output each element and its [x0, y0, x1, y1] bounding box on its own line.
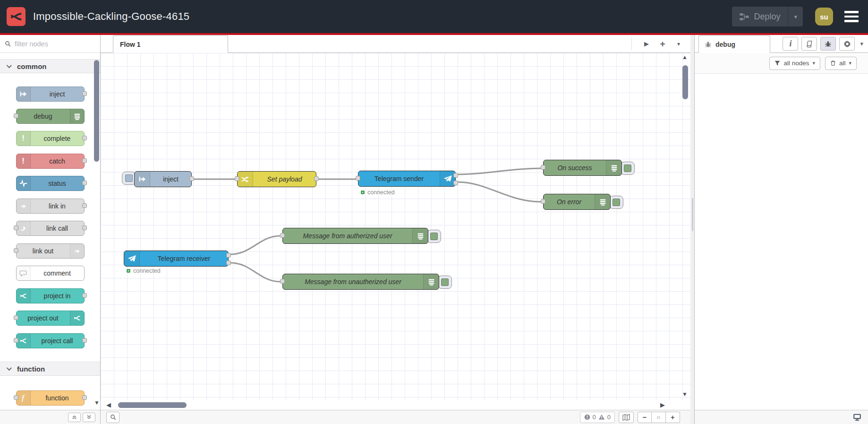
- output-port[interactable]: [82, 91, 87, 96]
- flow-node-on-success[interactable]: On success: [543, 160, 622, 176]
- funnel-icon: [774, 61, 780, 66]
- flow-node-msg-unauthorized[interactable]: Message from unautherized user: [282, 274, 439, 290]
- sidebar-menu-caret[interactable]: ▾: [860, 40, 863, 47]
- deploy-main[interactable]: Deploy: [732, 12, 788, 22]
- canvas-vertical-scrollbar-thumb[interactable]: [682, 65, 688, 99]
- palette-node-project-in[interactable]: project in: [16, 288, 85, 303]
- zoom-out-button[interactable]: −: [638, 412, 652, 423]
- tab-debug[interactable]: debug: [698, 35, 770, 53]
- debug-toggle-msg-authorized[interactable]: [427, 230, 441, 243]
- open-debug-window-button[interactable]: [853, 414, 861, 421]
- palette-node-link-out[interactable]: link out: [16, 243, 85, 259]
- palette-scroll-down-icon[interactable]: ▼: [94, 399, 100, 406]
- input-port[interactable]: [541, 165, 545, 170]
- output-port[interactable]: [82, 225, 87, 230]
- palette-scrollbar-thumb[interactable]: [94, 60, 99, 162]
- output-port-success[interactable]: [453, 173, 458, 178]
- palette-category-function[interactable]: function: [0, 362, 100, 376]
- navigator-button[interactable]: [619, 412, 634, 423]
- debug-toggle-on-error[interactable]: [609, 196, 623, 209]
- flow-node-set-payload[interactable]: Set payload: [237, 171, 316, 187]
- output-port[interactable]: [82, 395, 87, 400]
- output-port-unauthorized[interactable]: [226, 260, 231, 265]
- palette-category-common[interactable]: common: [0, 59, 100, 73]
- wire-telegram-receiver-to-msg-authorized[interactable]: [230, 236, 281, 254]
- palette-node-link-call[interactable]: link call: [16, 221, 85, 236]
- flow-canvas[interactable]: inject Set payload Telegram sender: [101, 53, 690, 400]
- palette-node-comment[interactable]: comment: [16, 266, 85, 281]
- wire-telegram-receiver-to-msg-unauthorized[interactable]: [230, 263, 281, 282]
- deploy-options-caret[interactable]: ▾: [788, 7, 803, 26]
- palette-node-complete[interactable]: ! complete: [16, 131, 85, 146]
- config-nodes-tab-button[interactable]: [839, 37, 855, 51]
- input-port[interactable]: [14, 315, 18, 320]
- collapse-all-categories-button[interactable]: [68, 413, 81, 422]
- canvas-scroll-left-icon[interactable]: ◀: [106, 401, 111, 408]
- flow-node-telegram-receiver[interactable]: Telegram receiver: [124, 251, 229, 267]
- deploy-button[interactable]: Deploy ▾: [732, 7, 803, 26]
- canvas-horizontal-scrollbar-thumb[interactable]: [118, 402, 187, 408]
- flow-node-inject[interactable]: inject: [134, 171, 192, 187]
- palette-node-status[interactable]: status: [16, 176, 85, 191]
- output-port-error[interactable]: [453, 181, 458, 185]
- user-avatar[interactable]: su: [815, 8, 833, 26]
- debug-toggle-on-success[interactable]: [621, 162, 635, 175]
- canvas-horizontal-scrollbar[interactable]: ◀ ▶: [101, 400, 690, 410]
- zoom-in-button[interactable]: +: [666, 412, 680, 423]
- input-port[interactable]: [356, 176, 360, 181]
- output-port[interactable]: [314, 176, 319, 181]
- output-port[interactable]: [82, 203, 87, 208]
- palette-node-inject[interactable]: inject: [16, 87, 85, 102]
- output-port[interactable]: [82, 181, 87, 185]
- output-port[interactable]: [82, 158, 87, 163]
- help-tab-button[interactable]: [801, 37, 817, 51]
- debug-filter-button[interactable]: all nodes ▾: [769, 57, 820, 70]
- output-port-authorized[interactable]: [226, 253, 231, 258]
- info-tab-button[interactable]: i: [783, 37, 798, 51]
- output-port[interactable]: [82, 136, 87, 140]
- palette-node-project-out[interactable]: project out: [16, 311, 85, 326]
- wire-telegram-sender-to-on-error[interactable]: [458, 182, 541, 202]
- canvas-scroll-right-icon[interactable]: ▶: [660, 401, 665, 408]
- wire-telegram-sender-to-on-success[interactable]: [458, 168, 541, 174]
- output-port[interactable]: [82, 293, 87, 298]
- tab-flow-1[interactable]: Flow 1: [113, 35, 228, 53]
- wires-layer: [101, 53, 690, 400]
- input-port[interactable]: [14, 225, 18, 230]
- input-port[interactable]: [14, 395, 18, 400]
- input-port[interactable]: [280, 233, 285, 238]
- expand-all-categories-button[interactable]: [83, 413, 95, 422]
- input-port[interactable]: [280, 279, 285, 284]
- palette-node-debug[interactable]: debug: [16, 109, 85, 124]
- output-port[interactable]: [82, 338, 87, 343]
- output-port[interactable]: [189, 176, 194, 181]
- flow-menu-caret[interactable]: ▾: [671, 41, 687, 47]
- palette-node-link-in[interactable]: link in: [16, 199, 85, 214]
- add-flow-button[interactable]: +: [655, 39, 671, 49]
- debug-clear-button[interactable]: all ▾: [825, 57, 857, 70]
- debug-list-icon: [606, 160, 621, 175]
- debug-toggle-msg-unauthorized[interactable]: [438, 276, 452, 289]
- flow-node-telegram-sender[interactable]: Telegram sender: [358, 171, 456, 187]
- canvas-scroll-up-icon[interactable]: ▲: [682, 54, 688, 61]
- input-port[interactable]: [541, 199, 545, 204]
- palette-search[interactable]: [0, 35, 100, 53]
- sidebar-resize-handle[interactable]: [690, 35, 694, 424]
- flow-list-button[interactable]: ▶: [638, 40, 655, 47]
- palette-filter-input[interactable]: [14, 40, 85, 48]
- canvas-scroll-down-icon[interactable]: ▼: [682, 391, 688, 398]
- input-port[interactable]: [14, 338, 18, 343]
- flow-node-msg-authorized[interactable]: Message from autherized user: [282, 228, 428, 244]
- palette-node-project-call[interactable]: project call: [16, 333, 85, 348]
- input-port[interactable]: [14, 113, 18, 118]
- canvas-search-button[interactable]: [106, 412, 119, 423]
- debug-tab-button[interactable]: [820, 37, 836, 51]
- palette-node-catch[interactable]: ! catch: [16, 154, 85, 169]
- input-port[interactable]: [235, 176, 239, 181]
- zoom-reset-button[interactable]: ○: [652, 412, 666, 423]
- input-port[interactable]: [14, 248, 18, 253]
- flow-node-on-error[interactable]: On error: [543, 194, 611, 210]
- flow-issues-indicator[interactable]: 0 0: [580, 412, 615, 423]
- palette-node-function[interactable]: ƒ function: [16, 390, 85, 406]
- main-menu-button[interactable]: [844, 11, 859, 22]
